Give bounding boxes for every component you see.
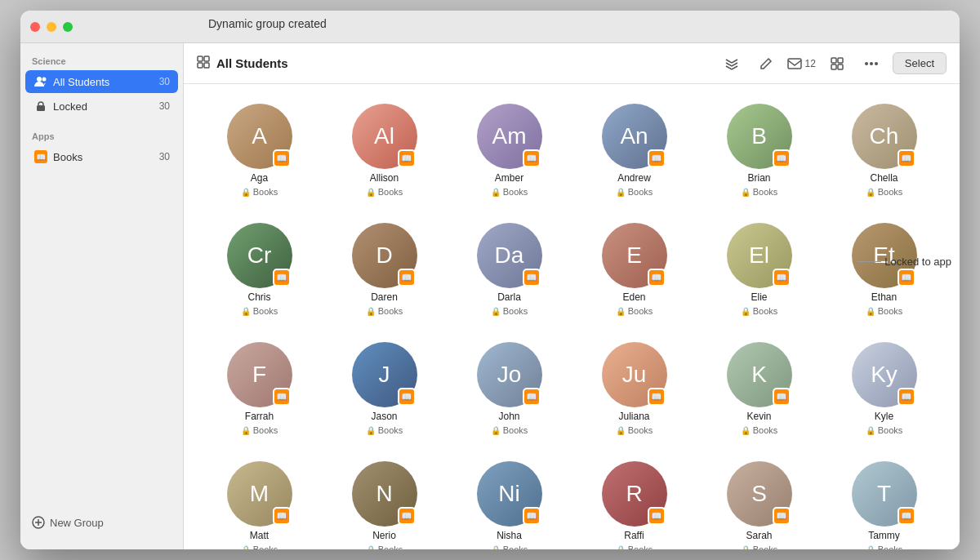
lock-icon-nerio: 🔒 (366, 545, 376, 550)
student-card-raffi[interactable]: R 📖 Raffi 🔒 Books (575, 455, 693, 549)
svg-point-1 (42, 78, 47, 82)
minimize-button[interactable] (47, 22, 56, 32)
student-app-nisha: 🔒 Books (491, 544, 528, 549)
student-name-andrew: Andrew (617, 172, 651, 184)
toolbar-title: All Students (216, 56, 288, 70)
student-card-kevin[interactable]: K 📖 Kevin 🔒 Books (700, 336, 818, 442)
grid-icon (197, 56, 210, 72)
student-card-elie[interactable]: El 📖 Elie 🔒 Books (700, 216, 818, 322)
student-card-chella[interactable]: Ch 📖 Chella 🔒 Books (825, 97, 943, 203)
books-badge-tammy: 📖 (898, 507, 915, 525)
new-group-button[interactable]: New Group (25, 512, 178, 533)
select-button[interactable]: Select (893, 52, 947, 74)
books-badge-jason: 📖 (398, 388, 416, 406)
books-badge-allison: 📖 (398, 149, 416, 167)
mail-button[interactable]: 12 (787, 58, 816, 69)
student-name-jason: Jason (371, 411, 397, 422)
student-card-tammy[interactable]: T 📖 Tammy 🔒 Books (825, 455, 943, 549)
sidebar: Science All Students 30 (20, 43, 184, 549)
avatar-wrapper: F 📖 (227, 342, 292, 407)
books-badge-nerio: 📖 (398, 507, 416, 525)
avatar-wrapper: Da 📖 (477, 223, 542, 288)
student-card-juliana[interactable]: Ju 📖 Juliana 🔒 Books (575, 336, 693, 442)
student-card-john[interactable]: Jo 📖 John 🔒 Books (450, 336, 568, 442)
books-badge-brian: 📖 (773, 149, 791, 167)
books-badge-daren: 📖 (398, 269, 416, 287)
student-app-daren: 🔒 Books (366, 306, 403, 316)
student-card-amber[interactable]: Am 📖 Amber 🔒 Books (450, 97, 568, 203)
lock-icon-amber: 🔒 (491, 188, 501, 197)
student-card-andrew[interactable]: An 📖 Andrew 🔒 Books (575, 97, 693, 203)
student-card-brian[interactable]: B 📖 Brian 🔒 Books (700, 97, 818, 203)
sidebar-item-books[interactable]: 📖 Books 30 (25, 145, 178, 168)
toolbar-title-area: All Students (197, 56, 709, 72)
student-card-kyle[interactable]: Ky 📖 Kyle 🔒 Books (825, 336, 943, 442)
student-name-nisha: Nisha (497, 530, 522, 541)
sidebar-item-all-students[interactable]: All Students 30 (25, 70, 178, 93)
student-card-matt[interactable]: M 📖 Matt 🔒 Books (200, 455, 318, 549)
sidebar-section-apps: Apps (20, 128, 183, 144)
books-badge-aga: 📖 (273, 149, 291, 167)
books-count: 30 (159, 151, 170, 162)
grid-view-button[interactable] (824, 51, 850, 77)
student-card-darla[interactable]: Da 📖 Darla 🔒 Books (450, 216, 568, 322)
app-window: Dynamic group created Science (20, 11, 960, 549)
student-card-nisha[interactable]: Ni 📖 Nisha 🔒 Books (450, 455, 568, 549)
books-badge-chella: 📖 (898, 149, 915, 167)
content-area: All Students (184, 43, 960, 549)
maximize-button[interactable] (63, 22, 73, 32)
student-card-sarah[interactable]: S 📖 Sarah 🔒 Books (700, 455, 818, 549)
close-button[interactable] (30, 22, 40, 32)
traffic-lights (30, 22, 73, 32)
student-card-aga[interactable]: A 📖 Aga 🔒 Books (200, 97, 318, 203)
lock-icon-raffi: 🔒 (616, 545, 626, 550)
new-group-label: New Group (50, 517, 104, 529)
locked-label: Locked (53, 100, 159, 113)
main-layout: Science All Students 30 (20, 43, 960, 549)
dynamic-group-text: Dynamic group created (208, 17, 327, 30)
mail-badge: 12 (805, 58, 816, 69)
sidebar-item-locked[interactable]: Locked 30 (25, 95, 178, 118)
student-name-brian: Brian (747, 172, 770, 184)
lock-icon-allison: 🔒 (366, 188, 376, 197)
student-name-matt: Matt (250, 530, 269, 541)
more-button[interactable] (858, 51, 884, 77)
lock-icon-chella: 🔒 (866, 188, 875, 197)
books-badge-juliana: 📖 (648, 388, 666, 406)
edit-button[interactable] (753, 51, 779, 77)
student-app-farrah: 🔒 Books (241, 425, 278, 435)
lock-icon-matt: 🔒 (241, 545, 251, 550)
avatar-wrapper: Al 📖 (352, 104, 417, 169)
layers-button[interactable] (719, 51, 745, 77)
svg-rect-9 (204, 63, 209, 68)
lock-icon-kyle: 🔒 (866, 426, 875, 435)
student-grid-wrapper[interactable]: A 📖 Aga 🔒 Books Al 📖 Allison (184, 84, 960, 549)
student-card-daren[interactable]: D 📖 Daren 🔒 Books (325, 216, 443, 322)
student-name-daren: Daren (371, 291, 398, 303)
avatar-wrapper: S 📖 (727, 461, 792, 527)
lock-icon-ethan: 🔒 (866, 307, 875, 316)
all-students-count: 30 (159, 76, 170, 87)
student-card-ethan[interactable]: Et 📖 Ethan 🔒 Books (825, 216, 943, 322)
student-card-nerio[interactable]: N 📖 Nerio 🔒 Books (325, 455, 443, 549)
student-card-allison[interactable]: Al 📖 Allison 🔒 Books (325, 97, 443, 203)
student-app-raffi: 🔒 Books (616, 544, 653, 549)
lock-icon-farrah: 🔒 (241, 426, 251, 435)
student-app-amber: 🔒 Books (491, 187, 528, 197)
svg-rect-8 (198, 63, 203, 68)
student-app-juliana: 🔒 Books (616, 425, 653, 435)
student-name-chella: Chella (870, 172, 898, 184)
books-badge-darla: 📖 (523, 269, 541, 287)
student-card-farrah[interactable]: F 📖 Farrah 🔒 Books (200, 336, 318, 442)
student-card-chris[interactable]: Cr 📖 Chris 🔒 Books (200, 216, 318, 322)
lock-icon-brian: 🔒 (741, 188, 751, 197)
books-badge-kyle: 📖 (898, 388, 915, 406)
student-card-jason[interactable]: J 📖 Jason 🔒 Books (325, 336, 443, 442)
lock-icon-chris: 🔒 (241, 307, 251, 316)
student-name-aga: Aga (251, 172, 268, 184)
books-badge-chris: 📖 (273, 269, 291, 287)
student-app-nerio: 🔒 Books (366, 544, 403, 549)
sidebar-section-science: Science (20, 53, 183, 69)
student-card-eden[interactable]: E 📖 Eden 🔒 Books (575, 216, 693, 322)
student-app-aga: 🔒 Books (241, 187, 278, 197)
